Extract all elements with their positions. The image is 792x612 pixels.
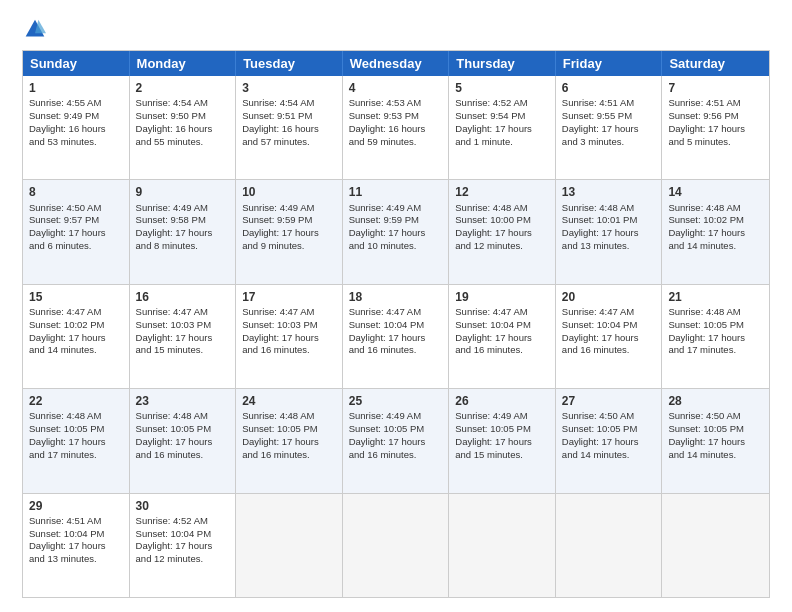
day-info: and 14 minutes.: [668, 240, 763, 253]
day-number: 4: [349, 80, 443, 96]
calendar-row: 22Sunrise: 4:48 AMSunset: 10:05 PMDaylig…: [23, 388, 769, 492]
day-info: and 10 minutes.: [349, 240, 443, 253]
day-info: Daylight: 17 hours: [136, 540, 230, 553]
calendar-cell: [236, 494, 343, 597]
day-info: Sunset: 10:05 PM: [668, 319, 763, 332]
day-info: Sunrise: 4:49 AM: [242, 202, 336, 215]
day-info: and 57 minutes.: [242, 136, 336, 149]
day-info: Sunrise: 4:49 AM: [136, 202, 230, 215]
header-cell-monday: Monday: [130, 51, 237, 76]
day-number: 2: [136, 80, 230, 96]
day-info: Daylight: 17 hours: [136, 332, 230, 345]
calendar-cell: 2Sunrise: 4:54 AMSunset: 9:50 PMDaylight…: [130, 76, 237, 179]
day-info: Sunrise: 4:49 AM: [349, 410, 443, 423]
day-info: Sunrise: 4:50 AM: [29, 202, 123, 215]
day-info: Sunset: 9:54 PM: [455, 110, 549, 123]
header-cell-thursday: Thursday: [449, 51, 556, 76]
calendar-cell: 19Sunrise: 4:47 AMSunset: 10:04 PMDaylig…: [449, 285, 556, 388]
day-info: Sunset: 10:05 PM: [562, 423, 656, 436]
day-info: Daylight: 17 hours: [349, 332, 443, 345]
day-info: Sunset: 9:50 PM: [136, 110, 230, 123]
day-info: Sunset: 10:04 PM: [29, 528, 123, 541]
day-info: Sunrise: 4:48 AM: [562, 202, 656, 215]
day-info: Daylight: 17 hours: [242, 332, 336, 345]
day-number: 20: [562, 289, 656, 305]
day-number: 8: [29, 184, 123, 200]
calendar-cell: [556, 494, 663, 597]
day-info: Daylight: 16 hours: [349, 123, 443, 136]
day-info: and 6 minutes.: [29, 240, 123, 253]
calendar-cell: 27Sunrise: 4:50 AMSunset: 10:05 PMDaylig…: [556, 389, 663, 492]
calendar-cell: 28Sunrise: 4:50 AMSunset: 10:05 PMDaylig…: [662, 389, 769, 492]
day-info: Sunrise: 4:52 AM: [136, 515, 230, 528]
calendar-cell: 7Sunrise: 4:51 AMSunset: 9:56 PMDaylight…: [662, 76, 769, 179]
day-info: Sunrise: 4:50 AM: [668, 410, 763, 423]
day-number: 15: [29, 289, 123, 305]
calendar-cell: [662, 494, 769, 597]
day-info: and 16 minutes.: [455, 344, 549, 357]
calendar-cell: 5Sunrise: 4:52 AMSunset: 9:54 PMDaylight…: [449, 76, 556, 179]
day-info: and 13 minutes.: [562, 240, 656, 253]
day-info: Daylight: 17 hours: [562, 123, 656, 136]
day-info: Sunset: 10:04 PM: [455, 319, 549, 332]
day-info: Sunrise: 4:48 AM: [29, 410, 123, 423]
day-info: and 16 minutes.: [136, 449, 230, 462]
calendar-cell: 18Sunrise: 4:47 AMSunset: 10:04 PMDaylig…: [343, 285, 450, 388]
day-info: Daylight: 17 hours: [242, 436, 336, 449]
day-info: Sunrise: 4:51 AM: [668, 97, 763, 110]
calendar-body: 1Sunrise: 4:55 AMSunset: 9:49 PMDaylight…: [23, 76, 769, 597]
calendar-cell: 3Sunrise: 4:54 AMSunset: 9:51 PMDaylight…: [236, 76, 343, 179]
day-number: 24: [242, 393, 336, 409]
day-info: and 3 minutes.: [562, 136, 656, 149]
day-info: Daylight: 17 hours: [136, 436, 230, 449]
day-info: Daylight: 17 hours: [562, 332, 656, 345]
calendar-cell: 6Sunrise: 4:51 AMSunset: 9:55 PMDaylight…: [556, 76, 663, 179]
day-info: and 12 minutes.: [455, 240, 549, 253]
day-info: Sunset: 10:05 PM: [668, 423, 763, 436]
day-info: and 14 minutes.: [29, 344, 123, 357]
day-info: and 15 minutes.: [136, 344, 230, 357]
day-info: Daylight: 17 hours: [136, 227, 230, 240]
logo-icon: [24, 18, 46, 40]
day-info: Sunset: 10:04 PM: [136, 528, 230, 541]
calendar-cell: 24Sunrise: 4:48 AMSunset: 10:05 PMDaylig…: [236, 389, 343, 492]
day-info: and 55 minutes.: [136, 136, 230, 149]
calendar-row: 8Sunrise: 4:50 AMSunset: 9:57 PMDaylight…: [23, 179, 769, 283]
day-number: 17: [242, 289, 336, 305]
calendar-cell: 25Sunrise: 4:49 AMSunset: 10:05 PMDaylig…: [343, 389, 450, 492]
day-info: Daylight: 17 hours: [349, 436, 443, 449]
calendar-cell: 10Sunrise: 4:49 AMSunset: 9:59 PMDayligh…: [236, 180, 343, 283]
day-number: 18: [349, 289, 443, 305]
calendar-header: SundayMondayTuesdayWednesdayThursdayFrid…: [23, 51, 769, 76]
day-info: Daylight: 17 hours: [29, 227, 123, 240]
day-info: and 16 minutes.: [562, 344, 656, 357]
day-info: Sunset: 9:58 PM: [136, 214, 230, 227]
day-info: and 14 minutes.: [668, 449, 763, 462]
calendar-cell: [449, 494, 556, 597]
day-number: 28: [668, 393, 763, 409]
calendar-cell: 14Sunrise: 4:48 AMSunset: 10:02 PMDaylig…: [662, 180, 769, 283]
calendar-cell: 23Sunrise: 4:48 AMSunset: 10:05 PMDaylig…: [130, 389, 237, 492]
day-info: Daylight: 17 hours: [29, 436, 123, 449]
day-number: 12: [455, 184, 549, 200]
page: SundayMondayTuesdayWednesdayThursdayFrid…: [0, 0, 792, 612]
day-info: and 13 minutes.: [29, 553, 123, 566]
day-info: and 1 minute.: [455, 136, 549, 149]
day-info: and 9 minutes.: [242, 240, 336, 253]
calendar-cell: 16Sunrise: 4:47 AMSunset: 10:03 PMDaylig…: [130, 285, 237, 388]
day-info: and 59 minutes.: [349, 136, 443, 149]
day-info: Sunset: 10:05 PM: [455, 423, 549, 436]
day-number: 25: [349, 393, 443, 409]
day-number: 3: [242, 80, 336, 96]
day-info: Sunset: 9:51 PM: [242, 110, 336, 123]
day-info: and 5 minutes.: [668, 136, 763, 149]
calendar-cell: 20Sunrise: 4:47 AMSunset: 10:04 PMDaylig…: [556, 285, 663, 388]
day-info: Sunset: 10:03 PM: [242, 319, 336, 332]
day-info: Daylight: 17 hours: [668, 123, 763, 136]
day-info: Daylight: 17 hours: [562, 227, 656, 240]
day-info: Sunrise: 4:55 AM: [29, 97, 123, 110]
day-info: Sunset: 9:56 PM: [668, 110, 763, 123]
top-section: [22, 18, 770, 44]
day-info: Sunrise: 4:48 AM: [668, 306, 763, 319]
day-number: 6: [562, 80, 656, 96]
